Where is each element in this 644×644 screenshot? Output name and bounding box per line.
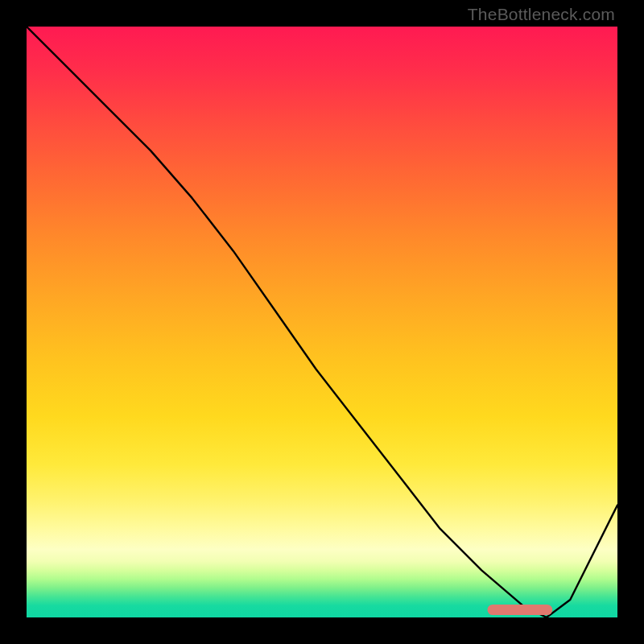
bottleneck-curve — [27, 27, 617, 617]
optimal-marker — [488, 605, 553, 615]
attribution-text: TheBottleneck.com — [468, 5, 615, 24]
chart-frame: TheBottleneck.com — [0, 0, 644, 644]
chart-svg — [27, 27, 617, 617]
plot-area — [27, 27, 617, 617]
